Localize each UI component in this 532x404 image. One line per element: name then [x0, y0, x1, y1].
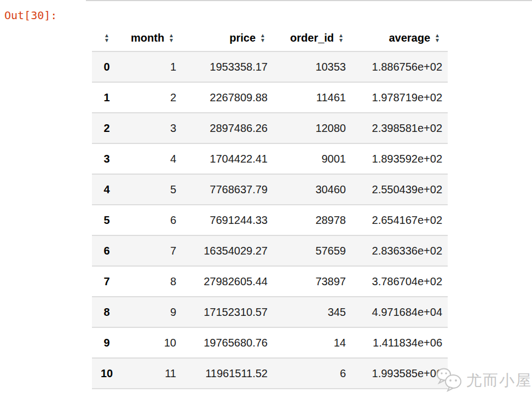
output-area-top-divider — [86, 0, 532, 1]
cell-price: 2897486.26 — [182, 113, 273, 143]
cell-index: 3 — [92, 143, 122, 174]
cell-order_id: 10353 — [273, 51, 351, 82]
cell-month: 6 — [122, 205, 182, 235]
cell-order_id: 6 — [273, 358, 351, 389]
table-row: 011953358.17103531.886756e+02 — [92, 51, 448, 82]
column-header-order_id[interactable]: order_id — [273, 25, 351, 51]
cell-month: 8 — [122, 266, 182, 297]
table-row: 7827982605.44738973.786704e+02 — [92, 266, 448, 297]
cell-month: 10 — [122, 327, 182, 358]
cell-order_id: 9001 — [273, 143, 351, 174]
cell-index: 10 — [92, 358, 122, 389]
column-label: price — [229, 32, 256, 44]
table-row: 101111961511.5261.993585e+06 — [92, 358, 448, 389]
cell-average: 1.886756e+02 — [351, 51, 448, 82]
cell-average: 1.978719e+02 — [351, 82, 448, 113]
dataframe-table-container: monthpriceorder_idaverage 011953358.1710… — [92, 25, 448, 389]
dataframe-table: monthpriceorder_idaverage 011953358.1710… — [92, 25, 448, 389]
cell-month: 11 — [122, 358, 182, 389]
table-header-row: monthpriceorder_idaverage — [92, 25, 448, 51]
sort-icon — [435, 33, 440, 43]
cell-price: 1704422.41 — [182, 143, 273, 174]
cell-average: 1.893592e+02 — [351, 143, 448, 174]
column-header-average[interactable]: average — [351, 25, 448, 51]
watermark: 尤而小屋 — [436, 367, 532, 394]
column-header-month[interactable]: month — [122, 25, 182, 51]
output-prompt: Out[30]: — [4, 9, 57, 22]
cell-order_id: 57659 — [273, 235, 351, 266]
cell-month: 3 — [122, 113, 182, 143]
cell-average: 2.550439e+02 — [351, 174, 448, 205]
cell-average: 2.654167e+02 — [351, 205, 448, 235]
cell-order_id: 73897 — [273, 266, 351, 297]
sort-icon — [260, 33, 265, 43]
cell-order_id: 11461 — [273, 82, 351, 113]
cell-month: 1 — [122, 51, 182, 82]
cell-price: 27982605.44 — [182, 266, 273, 297]
sort-icon — [338, 33, 344, 43]
cell-month: 7 — [122, 235, 182, 266]
column-header-price[interactable]: price — [182, 25, 273, 51]
table-row: 6716354029.27576592.836336e+02 — [92, 235, 448, 266]
table-body: 011953358.17103531.886756e+02122267809.8… — [92, 51, 448, 389]
cell-month: 4 — [122, 143, 182, 174]
cell-index: 4 — [92, 174, 122, 205]
cell-price: 16354029.27 — [182, 235, 273, 266]
table-header: monthpriceorder_idaverage — [92, 25, 448, 51]
column-label: order_id — [290, 32, 334, 44]
sort-icon — [169, 33, 174, 43]
cell-index: 2 — [92, 113, 122, 143]
cell-order_id: 12080 — [273, 113, 351, 143]
watermark-text: 尤而小屋 — [466, 370, 532, 391]
cell-price: 7768637.79 — [182, 174, 273, 205]
cell-index: 6 — [92, 235, 122, 266]
cell-price: 2267809.88 — [182, 82, 273, 113]
cell-price: 17152310.57 — [182, 297, 273, 327]
table-row: 341704422.4190011.893592e+02 — [92, 143, 448, 174]
table-row: 232897486.26120802.398581e+02 — [92, 113, 448, 143]
cell-order_id: 345 — [273, 297, 351, 327]
cell-price: 7691244.33 — [182, 205, 273, 235]
cell-average: 1.993585e+06 — [351, 358, 448, 389]
column-label: average — [389, 32, 430, 44]
table-row: 567691244.33289782.654167e+02 — [92, 205, 448, 235]
table-row: 122267809.88114611.978719e+02 — [92, 82, 448, 113]
cell-average: 2.398581e+02 — [351, 113, 448, 143]
cell-price: 19765680.76 — [182, 327, 273, 358]
sort-icon — [104, 33, 109, 43]
cell-order_id: 30460 — [273, 174, 351, 205]
cell-average: 2.836336e+02 — [351, 235, 448, 266]
cell-average: 3.786704e+02 — [351, 266, 448, 297]
cell-price: 1953358.17 — [182, 51, 273, 82]
cell-index: 7 — [92, 266, 122, 297]
column-header-index[interactable] — [92, 25, 122, 51]
table-row: 457768637.79304602.550439e+02 — [92, 174, 448, 205]
cell-average: 4.971684e+04 — [351, 297, 448, 327]
cell-index: 1 — [92, 82, 122, 113]
cell-month: 9 — [122, 297, 182, 327]
cell-price: 11961511.52 — [182, 358, 273, 389]
table-row: 8917152310.573454.971684e+04 — [92, 297, 448, 327]
cell-average: 1.411834e+06 — [351, 327, 448, 358]
cell-month: 2 — [122, 82, 182, 113]
cell-order_id: 14 — [273, 327, 351, 358]
notebook-output-cell: Out[30]: monthpriceorder_idaverage 01195… — [0, 0, 532, 404]
cell-index: 9 — [92, 327, 122, 358]
cell-month: 5 — [122, 174, 182, 205]
cell-index: 5 — [92, 205, 122, 235]
cell-order_id: 28978 — [273, 205, 351, 235]
column-label: month — [131, 32, 164, 44]
table-row: 91019765680.76141.411834e+06 — [92, 327, 448, 358]
cell-index: 8 — [92, 297, 122, 327]
cell-index: 0 — [92, 51, 122, 82]
